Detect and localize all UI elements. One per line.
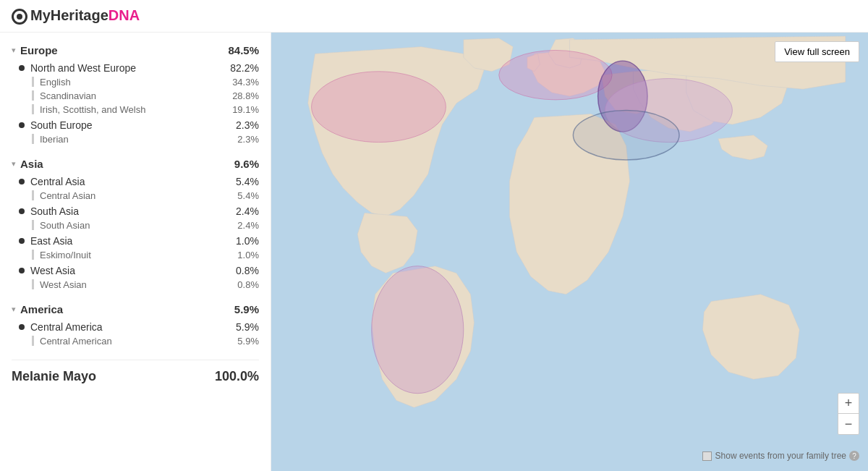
region-name-south-asia: South Asia	[30, 205, 236, 217]
region-dot-south-europe	[19, 122, 25, 128]
region-item-north-west-europe: North and West Europe 82.2%	[12, 59, 259, 75]
section-header-europe[interactable]: ▾ Europe 84.5%	[12, 38, 259, 59]
region-pct-south-europe: 2.3%	[236, 119, 259, 131]
sub-name: West Asian	[40, 279, 237, 290]
sub-bar-icon	[32, 90, 34, 101]
region-name-central-america: Central America	[30, 321, 236, 333]
show-events-checkbox[interactable]	[702, 451, 712, 461]
logo-dna: DNA	[109, 7, 140, 23]
region-item-east-asia: East Asia 1.0%	[12, 232, 259, 248]
section-name-europe: Europe	[20, 44, 58, 56]
svg-point-1	[312, 72, 446, 143]
region-dot-east-asia	[19, 238, 25, 244]
sub-item-scandinavian: Scandinavian 28.8%	[12, 89, 259, 103]
region-pct-west-asia: 0.8%	[236, 265, 259, 276]
region-name-north-west-europe: North and West Europe	[30, 62, 230, 74]
sub-pct: 28.8%	[232, 90, 259, 101]
sub-name: Central American	[40, 336, 237, 347]
region-name-east-asia: East Asia	[30, 235, 236, 247]
section-toggle-europe: ▾	[12, 46, 16, 55]
sub-name: Irish, Scottish, and Welsh	[40, 104, 232, 115]
show-events-row: Show events from your family tree ?	[702, 451, 859, 461]
sub-pct: 0.8%	[237, 279, 259, 290]
sub-item-west-asian: West Asian 0.8%	[12, 278, 259, 292]
section-header-america[interactable]: ▾ America 5.9%	[12, 297, 259, 318]
sub-pct: 34.3%	[232, 77, 259, 88]
section-toggle-asia: ▾	[12, 159, 16, 169]
sub-bar-icon	[32, 104, 34, 114]
header: MyHeritageDNA	[0, 0, 868, 33]
section-pct-asia: 9.6%	[234, 158, 259, 170]
sub-bar-icon	[32, 220, 34, 230]
region-item-south-europe: South Europe 2.3%	[12, 116, 259, 132]
svg-point-2	[499, 50, 612, 99]
region-dot-south-asia	[19, 208, 25, 214]
sub-bar-icon	[32, 279, 34, 289]
section-name-america: America	[20, 303, 63, 315]
footer-name: Melanie Mayo	[12, 369, 96, 384]
sub-name: Scandinavian	[40, 90, 232, 101]
sub-pct: 5.9%	[237, 336, 259, 347]
section-name-asia: Asia	[20, 158, 43, 170]
sub-item-eskimo-inuit: Eskimo/Inuit 1.0%	[12, 248, 259, 262]
region-pct-central-america: 5.9%	[236, 321, 259, 333]
region-item-central-america: Central America 5.9%	[12, 318, 259, 334]
sub-pct: 2.3%	[237, 134, 259, 145]
zoom-controls: + −	[838, 393, 859, 435]
svg-point-6	[573, 110, 679, 159]
footer-pct: 100.0%	[215, 369, 259, 384]
sub-item-irish--scottish--and-welsh: Irish, Scottish, and Welsh 19.1%	[12, 103, 259, 116]
main-content: ▾ Europe 84.5% North and West Europe 82.…	[0, 33, 868, 471]
sub-name: Iberian	[40, 134, 237, 145]
region-pct-east-asia: 1.0%	[236, 235, 259, 247]
world-map	[271, 33, 868, 471]
zoom-in-button[interactable]: +	[838, 394, 859, 414]
sub-name: Eskimo/Inuit	[40, 250, 237, 260]
region-name-central-asia: Central Asia	[30, 176, 236, 187]
region-pct-north-west-europe: 82.2%	[230, 62, 259, 74]
sub-name: English	[40, 77, 232, 88]
info-icon[interactable]: ?	[849, 451, 859, 461]
sub-pct: 5.4%	[237, 190, 259, 201]
region-item-west-asia: West Asia 0.8%	[12, 262, 259, 278]
region-dot-central-asia	[19, 179, 25, 184]
sub-item-south-asian: South Asian 2.4%	[12, 218, 259, 232]
section-toggle-america: ▾	[12, 305, 16, 314]
region-item-south-asia: South Asia 2.4%	[12, 203, 259, 218]
zoom-out-button[interactable]: −	[838, 414, 859, 434]
logo-circle-icon	[12, 9, 27, 25]
region-item-central-asia: Central Asia 5.4%	[12, 173, 259, 189]
sub-pct: 19.1%	[232, 104, 259, 115]
sub-bar-icon	[32, 134, 34, 144]
sub-item-central-american: Central American 5.9%	[12, 334, 259, 348]
sub-pct: 2.4%	[237, 220, 259, 231]
sub-item-iberian: Iberian 2.3%	[12, 132, 259, 146]
region-dot-central-america	[19, 324, 25, 330]
section-pct-america: 5.9%	[234, 303, 259, 315]
section-pct-europe: 84.5%	[228, 44, 259, 56]
sub-bar-icon	[32, 250, 34, 260]
region-dot-north-west-europe	[19, 65, 25, 71]
sub-item-english: English 34.3%	[12, 75, 259, 89]
sidebar-footer: Melanie Mayo 100.0%	[12, 360, 259, 387]
view-fullscreen-button[interactable]: View full screen	[775, 41, 859, 62]
sub-pct: 1.0%	[237, 250, 259, 260]
svg-point-3	[372, 266, 464, 393]
sidebar: ▾ Europe 84.5% North and West Europe 82.…	[0, 33, 271, 471]
sub-bar-icon	[32, 190, 34, 200]
region-name-south-europe: South Europe	[30, 119, 236, 131]
sub-item-central-asian: Central Asian 5.4%	[12, 189, 259, 203]
map-container: View full screen	[271, 33, 868, 471]
sub-name: South Asian	[40, 220, 237, 231]
section-header-asia[interactable]: ▾ Asia 9.6%	[12, 152, 259, 173]
show-events-label: Show events from your family tree	[715, 451, 846, 461]
region-pct-central-asia: 5.4%	[236, 176, 259, 187]
sub-name: Central Asian	[40, 190, 237, 201]
sub-bar-icon	[32, 336, 34, 346]
region-name-west-asia: West Asia	[30, 265, 236, 276]
sub-bar-icon	[32, 77, 34, 87]
region-dot-west-asia	[19, 268, 25, 273]
region-pct-south-asia: 2.4%	[236, 205, 259, 217]
logo: MyHeritageDNA	[12, 7, 140, 25]
